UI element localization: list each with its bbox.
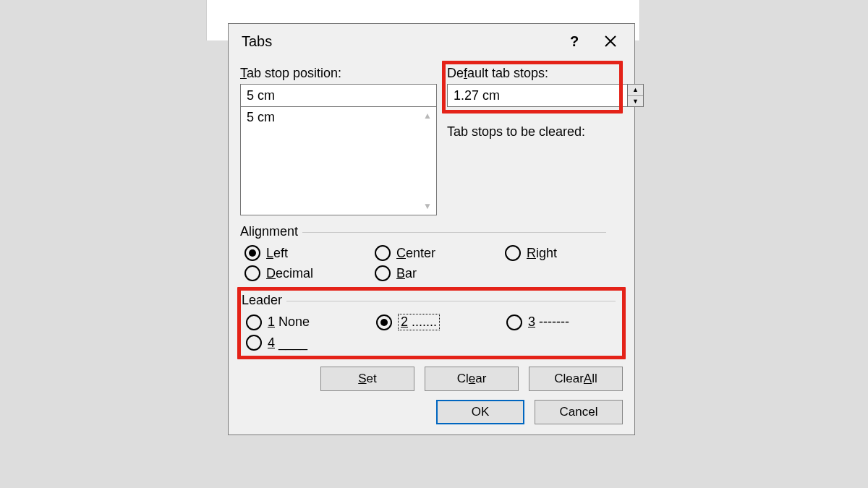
ok-button[interactable]: OK bbox=[436, 400, 524, 424]
default-tab-stops-label: Default tab stops: bbox=[447, 66, 618, 81]
default-tab-stops-spinner: ▲ ▼ bbox=[447, 84, 618, 107]
clear-button[interactable]: Clear bbox=[425, 367, 519, 391]
radio-icon bbox=[505, 245, 521, 261]
tab-stop-column: Tab stop position: 5 cm ▲ ▼ bbox=[240, 66, 437, 215]
right-column: Default tab stops: ▲ ▼ Tab stops to be c… bbox=[447, 66, 623, 215]
dialog-titlebar: Tabs ? bbox=[229, 24, 634, 59]
radio-icon bbox=[376, 314, 392, 330]
tab-stop-label: Tab stop position: bbox=[240, 66, 437, 81]
chevron-up-icon: ▲ bbox=[632, 86, 639, 93]
list-scrollbar: ▲ ▼ bbox=[419, 107, 436, 215]
alignment-bar-radio[interactable]: Bar bbox=[375, 265, 505, 281]
tab-stop-input[interactable] bbox=[240, 84, 437, 107]
list-item[interactable]: 5 cm bbox=[241, 107, 436, 128]
alignment-title: Alignment bbox=[240, 224, 623, 239]
cancel-button[interactable]: Cancel bbox=[535, 400, 623, 424]
help-icon: ? bbox=[570, 33, 579, 50]
top-row: Tab stop position: 5 cm ▲ ▼ Default tab … bbox=[240, 66, 623, 215]
close-button[interactable] bbox=[592, 25, 629, 58]
spin-down-button[interactable]: ▼ bbox=[628, 95, 643, 107]
set-button[interactable]: Set bbox=[320, 367, 414, 391]
default-tab-stops-group: Default tab stops: ▲ ▼ bbox=[447, 66, 618, 108]
alignment-right-radio[interactable]: Right bbox=[505, 245, 613, 261]
close-icon bbox=[604, 35, 617, 48]
leader-section: Leader 1 None 2 ....... 3 ------- 4 ____ bbox=[240, 290, 623, 358]
alignment-options: Left Center Right Decimal Bar bbox=[240, 245, 623, 281]
help-button[interactable]: ? bbox=[556, 25, 592, 58]
alignment-center-radio[interactable]: Center bbox=[375, 245, 505, 261]
spinner-buttons: ▲ ▼ bbox=[627, 84, 644, 107]
radio-icon bbox=[244, 245, 260, 261]
radio-icon bbox=[246, 335, 262, 351]
leader-2-dots-radio[interactable]: 2 ....... bbox=[376, 314, 506, 330]
radio-icon bbox=[375, 265, 391, 281]
dialog-action-row: OK Cancel bbox=[240, 400, 623, 424]
tab-action-row: Set Clear Clear All bbox=[240, 367, 623, 391]
leader-1-none-radio[interactable]: 1 None bbox=[246, 314, 376, 330]
radio-icon bbox=[375, 245, 391, 261]
chevron-down-icon: ▼ bbox=[632, 98, 639, 105]
leader-options: 1 None 2 ....... 3 ------- 4 ____ bbox=[242, 314, 621, 351]
clear-all-button[interactable]: Clear All bbox=[529, 367, 623, 391]
tabs-dialog: Tabs ? Tab stop position: 5 cm ▲ ▼ bbox=[228, 23, 635, 435]
dialog-body: Tab stop position: 5 cm ▲ ▼ Default tab … bbox=[229, 59, 634, 435]
radio-icon bbox=[244, 265, 260, 281]
tab-stop-list[interactable]: 5 cm ▲ ▼ bbox=[240, 107, 437, 215]
dialog-title: Tabs bbox=[242, 33, 556, 50]
leader-4-line-radio[interactable]: 4 ____ bbox=[246, 335, 376, 351]
radio-icon bbox=[246, 314, 262, 330]
alignment-section: Alignment Left Center Right Decimal Bar bbox=[240, 224, 623, 281]
tab-stops-cleared-label: Tab stops to be cleared: bbox=[447, 124, 623, 140]
leader-title: Leader bbox=[242, 293, 621, 308]
spin-up-button[interactable]: ▲ bbox=[628, 85, 643, 95]
scroll-down-icon[interactable]: ▼ bbox=[419, 197, 436, 215]
scroll-up-icon[interactable]: ▲ bbox=[419, 107, 436, 124]
stage: Tabs ? Tab stop position: 5 cm ▲ ▼ bbox=[0, 0, 868, 488]
default-tab-stops-input[interactable] bbox=[447, 84, 627, 107]
radio-icon bbox=[506, 314, 522, 330]
alignment-left-radio[interactable]: Left bbox=[244, 245, 375, 261]
alignment-decimal-radio[interactable]: Decimal bbox=[244, 265, 375, 281]
leader-3-dashes-radio[interactable]: 3 ------- bbox=[506, 314, 615, 330]
leader-inner: Leader 1 None 2 ....... 3 ------- 4 ____ bbox=[240, 290, 623, 358]
